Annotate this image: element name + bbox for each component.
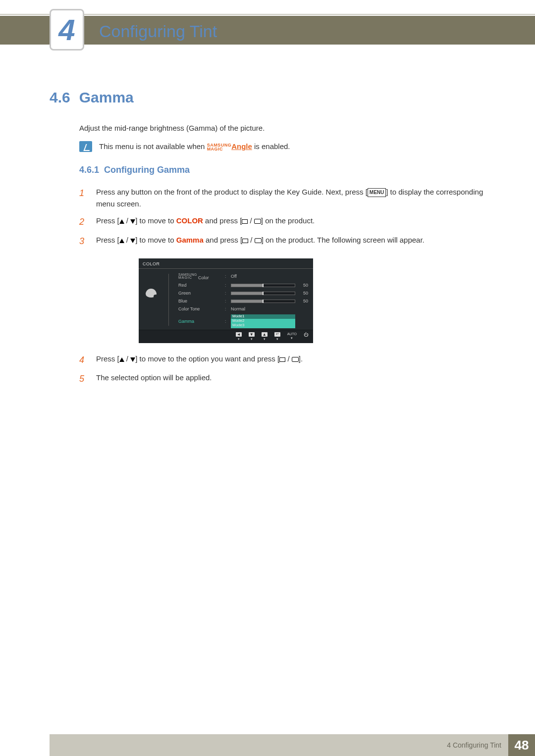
color-keyword: COLOR <box>176 216 203 225</box>
magic-angle: Angle <box>231 142 252 151</box>
subsection-number: 4.6.1 <box>79 165 99 175</box>
gamma-keyword: Gamma <box>176 236 204 244</box>
note-row: This menu is not available when SAMSUNGM… <box>79 141 490 152</box>
osd-row-green: Green: 50 <box>178 289 308 297</box>
enter-icon <box>254 219 261 224</box>
osd-row-red: Red: 50 <box>178 281 308 289</box>
steps-list: 1 Press any button on the front of the p… <box>79 186 490 249</box>
menu-button-label: MENU <box>368 188 386 197</box>
step-number: 3 <box>79 234 86 249</box>
select-icon <box>242 239 248 243</box>
chapter-tab: 4 <box>50 9 84 50</box>
up-arrow-icon <box>119 357 124 362</box>
step-body: Press [ / ] to move to Gamma and press [… <box>96 234 490 249</box>
section-description: Adjust the mid-range brightness (Gamma) … <box>79 124 490 132</box>
note-icon <box>79 141 92 152</box>
osd-nav-auto: AUTO▾ <box>287 332 297 341</box>
osd-row-color-tone: Color Tone: Normal <box>178 305 308 313</box>
step-body: Press [ / ] to move to the option you wa… <box>96 353 490 367</box>
step-body: Press [ / ] to move to COLOR and press [… <box>96 215 490 229</box>
osd-screenshot: COLOR SAMSUNGMAGIC Color : Off Red: <box>139 258 490 343</box>
step-number: 1 <box>79 186 86 210</box>
subsection-heading: 4.6.1Configuring Gamma <box>79 165 490 175</box>
osd-nav-power: ⏻ <box>304 332 308 341</box>
palette-icon <box>146 289 157 298</box>
osd-value: Off <box>231 274 295 279</box>
step-2: 2 Press [ / ] to move to COLOR and press… <box>79 215 490 229</box>
osd-nav-up: ▲▾ <box>262 332 268 341</box>
osd-panel: COLOR SAMSUNGMAGIC Color : Off Red: <box>139 258 313 343</box>
section-number: 4.6 <box>50 89 70 105</box>
step-1: 1 Press any button on the front of the p… <box>79 186 490 210</box>
step-4: 4 Press [ / ] to move to the option you … <box>79 353 490 367</box>
step-body: The selected option will be applied. <box>96 372 490 386</box>
page-footer: 4 Configuring Tint 48 <box>0 734 535 756</box>
down-arrow-icon <box>130 239 135 243</box>
osd-divider <box>163 272 178 330</box>
enter-icon <box>255 238 262 243</box>
enter-icon <box>292 357 299 362</box>
step-5: 5 The selected option will be applied. <box>79 372 490 386</box>
footer-text: 4 Configuring Tint <box>50 734 508 756</box>
osd-nav-enter: ↵▾ <box>274 332 280 341</box>
select-icon <box>242 219 248 224</box>
step-3: 3 Press [ / ] to move to Gamma and press… <box>79 234 490 249</box>
osd-title: COLOR <box>139 258 313 269</box>
step-number: 2 <box>79 215 86 229</box>
slider <box>231 284 295 287</box>
section-title: Gamma <box>79 89 134 105</box>
content: 4.6Gamma Adjust the mid-range brightness… <box>50 89 490 391</box>
step-number: 5 <box>79 372 86 386</box>
slider <box>231 300 295 303</box>
up-arrow-icon <box>119 219 124 224</box>
down-arrow-icon <box>130 357 135 362</box>
steps-list-continued: 4 Press [ / ] to move to the option you … <box>79 353 490 387</box>
gamma-options: Mode1 Mode2 Mode3 <box>231 314 295 328</box>
chapter-title: Configuring Tint <box>99 22 217 41</box>
step-number: 4 <box>79 353 86 367</box>
footer-page-number: 48 <box>508 734 535 756</box>
section-heading: 4.6Gamma <box>50 89 490 106</box>
samsung-magic-label: SAMSUNGMAGIC <box>207 143 232 151</box>
down-arrow-icon <box>130 219 135 224</box>
slider <box>231 292 295 295</box>
osd-row-gamma: Gamma: Mode1 Mode2 Mode3 <box>178 313 308 329</box>
osd-row-magic-color: SAMSUNGMAGIC Color : Off <box>178 272 308 282</box>
select-icon <box>279 357 285 362</box>
osd-icon-column <box>139 272 163 330</box>
osd-nav-down: ▼▾ <box>249 332 255 341</box>
osd-nav-back: ◄▾ <box>236 332 242 341</box>
subsection-title: Configuring Gamma <box>104 165 190 175</box>
gamma-mode3: Mode3 <box>232 323 294 328</box>
note-text: This menu is not available when SAMSUNGM… <box>99 142 290 151</box>
step-body: Press any button on the front of the pro… <box>96 186 490 210</box>
osd-row-blue: Blue: 50 <box>178 297 308 305</box>
chapter-number: 4 <box>58 13 75 47</box>
up-arrow-icon <box>119 239 124 243</box>
osd-footer: ◄▾ ▼▾ ▲▾ ↵▾ AUTO▾ ⏻ <box>139 330 313 343</box>
